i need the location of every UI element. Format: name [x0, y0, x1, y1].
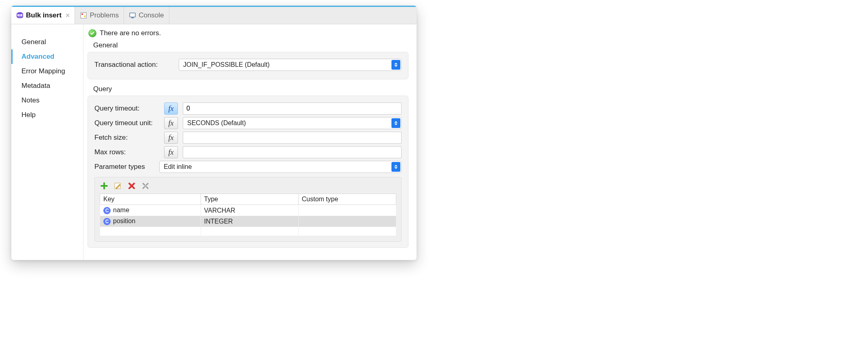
- sidebar-item-advanced[interactable]: Advanced: [11, 49, 83, 64]
- section-title-general: General: [93, 41, 411, 49]
- add-icon[interactable]: [100, 181, 109, 190]
- fx-button[interactable]: fx: [164, 132, 178, 144]
- svg-rect-2: [81, 13, 86, 18]
- col-type[interactable]: Type: [201, 194, 298, 205]
- sidebar: General Advanced Error Mapping Metadata …: [11, 24, 83, 260]
- status-bar: There are no errors.: [88, 29, 411, 37]
- settings-icon[interactable]: [141, 181, 150, 190]
- tab-problems[interactable]: Problems: [75, 7, 124, 24]
- problems-icon: [80, 12, 87, 19]
- parameter-table: Key Type Custom type Cname VARCHAR: [100, 194, 396, 236]
- svg-point-8: [144, 185, 147, 187]
- col-custom-type[interactable]: Custom type: [298, 194, 396, 205]
- param-toolbar: [100, 181, 396, 190]
- sidebar-item-help[interactable]: Help: [11, 108, 83, 122]
- param-badge-icon: C: [103, 207, 111, 214]
- table-row[interactable]: Cname VARCHAR: [100, 205, 396, 216]
- svg-rect-5: [130, 13, 135, 17]
- cell-custom-type: [298, 205, 396, 216]
- svg-point-4: [84, 15, 86, 17]
- svg-point-3: [81, 13, 83, 15]
- status-message: There are no errors.: [100, 29, 161, 37]
- transactional-action-select[interactable]: JOIN_IF_POSSIBLE (Default): [179, 59, 402, 71]
- tab-bar: Bulk insert × Problems Console: [11, 6, 417, 24]
- section-general: Transactional action: JOIN_IF_POSSIBLE (…: [88, 52, 408, 79]
- tab-label: Console: [139, 11, 164, 19]
- sidebar-item-label: Advanced: [21, 53, 54, 60]
- sidebar-item-label: General: [21, 38, 46, 46]
- sidebar-item-label: Error Mapping: [21, 67, 65, 75]
- svg-point-1: [17, 15, 23, 18]
- sidebar-item-label: Notes: [21, 96, 39, 104]
- transactional-action-label: Transactional action:: [94, 61, 159, 69]
- parameter-table-area: Key Type Custom type Cname VARCHAR: [94, 177, 402, 242]
- tab-console[interactable]: Console: [124, 7, 169, 24]
- sidebar-item-general[interactable]: General: [11, 35, 83, 49]
- fx-button[interactable]: fx: [164, 146, 178, 158]
- fetch-size-input[interactable]: [183, 132, 402, 144]
- sidebar-item-metadata[interactable]: Metadata: [11, 79, 83, 93]
- tab-label: Problems: [90, 11, 119, 19]
- query-timeout-input[interactable]: [183, 102, 402, 115]
- close-icon[interactable]: ×: [66, 11, 70, 20]
- chevron-updown-icon: [391, 60, 400, 70]
- svg-rect-6: [131, 17, 134, 18]
- cell-type: VARCHAR: [201, 205, 298, 216]
- fx-button[interactable]: fx: [164, 117, 178, 129]
- section-query: Query timeout: fx Query timeout unit: fx…: [88, 96, 408, 248]
- max-rows-label: Max rows:: [94, 148, 159, 156]
- editor-panel: Bulk insert × Problems Console General A…: [11, 6, 417, 260]
- sidebar-item-label: Help: [21, 111, 36, 119]
- cell-key: name: [113, 207, 129, 213]
- table-row[interactable]: Cposition INTEGER: [100, 216, 396, 227]
- chevron-updown-icon: [391, 118, 400, 128]
- max-rows-input[interactable]: [183, 146, 402, 158]
- edit-icon[interactable]: [113, 181, 122, 190]
- fetch-size-label: Fetch size:: [94, 134, 159, 142]
- sidebar-item-error-mapping[interactable]: Error Mapping: [11, 64, 83, 79]
- sidebar-item-label: Metadata: [21, 82, 50, 90]
- chevron-updown-icon: [391, 162, 400, 172]
- parameter-types-select[interactable]: Edit inline: [159, 161, 402, 173]
- table-row-empty: [100, 227, 396, 236]
- success-check-icon: [88, 29, 96, 37]
- select-value: JOIN_IF_POSSIBLE (Default): [183, 61, 269, 68]
- cell-key: position: [113, 217, 135, 224]
- fx-button[interactable]: fx: [164, 102, 178, 115]
- database-icon: [16, 12, 24, 19]
- select-value: Edit inline: [164, 163, 192, 170]
- param-badge-icon: C: [103, 218, 111, 225]
- tab-bulk-insert[interactable]: Bulk insert ×: [11, 7, 75, 24]
- svg-point-0: [17, 12, 23, 15]
- cell-custom-type: [298, 216, 396, 227]
- cell-type: INTEGER: [201, 216, 298, 227]
- console-icon: [129, 12, 136, 19]
- query-timeout-unit-select[interactable]: SECONDS (Default): [183, 117, 402, 129]
- tab-label: Bulk insert: [26, 11, 62, 19]
- parameter-types-label: Parameter types: [94, 163, 154, 171]
- sidebar-item-notes[interactable]: Notes: [11, 93, 83, 108]
- section-title-query: Query: [93, 85, 411, 93]
- delete-icon[interactable]: [127, 181, 136, 190]
- query-timeout-unit-label: Query timeout unit:: [94, 119, 159, 127]
- col-key[interactable]: Key: [100, 194, 201, 205]
- main-content: There are no errors. General Transaction…: [83, 24, 417, 260]
- query-timeout-label: Query timeout:: [94, 104, 159, 113]
- select-value: SECONDS (Default): [187, 119, 246, 127]
